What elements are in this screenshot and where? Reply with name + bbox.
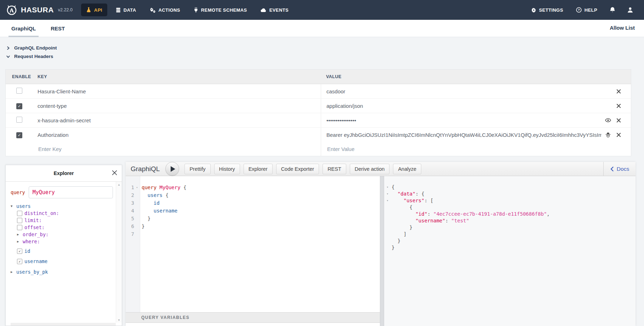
explorer-node-order-by[interactable]: ▶order_by: <box>17 231 116 238</box>
explorer-node-limit[interactable]: limit: <box>17 217 116 224</box>
nav-item-api[interactable]: API <box>81 4 107 16</box>
query-editor[interactable]: 1▾query MyQuery {2 users {3 id4 username… <box>126 176 380 312</box>
fold-arrow-icon[interactable]: ▾ <box>134 184 140 191</box>
brand[interactable]: HASURA v2.22.0 <box>0 4 73 16</box>
tab-graphiql[interactable]: GraphiQL <box>8 25 39 37</box>
request-headers-label: Request Headers <box>14 54 53 59</box>
explorer-close-icon[interactable] <box>112 170 117 175</box>
nav-item-actions[interactable]: ACTIONS <box>145 4 185 16</box>
explorer-node-where[interactable]: ▶where: <box>17 238 116 245</box>
fold-arrow-icon[interactable]: ▾ <box>385 191 390 197</box>
chevron-right-icon <box>6 46 10 50</box>
code-line: 4 username <box>126 207 380 215</box>
header-enable-checkbox[interactable]: ✓ <box>16 132 22 138</box>
remove-header-x-icon[interactable] <box>616 133 621 137</box>
history-button[interactable]: History <box>214 164 240 174</box>
header-key[interactable]: Authorization <box>38 132 321 138</box>
notifications-bell-icon[interactable] <box>609 7 616 13</box>
new-header-key-input[interactable] <box>38 146 308 152</box>
help-icon: ? <box>576 7 582 13</box>
code-line: ▾ "users": [ <box>385 197 636 204</box>
nav-item-help[interactable]: ?HELP <box>575 5 598 15</box>
code-exporter-button[interactable]: Code Exporter <box>276 164 319 174</box>
api-subtabs: GraphiQL REST Allow List <box>0 20 644 37</box>
explorer-button[interactable]: Explorer <box>244 164 273 174</box>
scroll-up-icon[interactable]: ▲ <box>116 183 122 186</box>
code-line: ▾ "data": { <box>385 191 636 197</box>
field-checkbox[interactable] <box>17 211 22 216</box>
header-value[interactable]: casdoor <box>326 88 613 94</box>
code-line: } <box>385 238 636 244</box>
header-key[interactable]: Hasura-Client-Name <box>38 88 321 94</box>
expand-triangle-icon[interactable]: ▶ <box>11 270 14 274</box>
execute-query-button[interactable] <box>165 162 179 176</box>
fold-arrow-icon[interactable]: ▾ <box>385 184 390 191</box>
nav-item-label: API <box>94 7 102 13</box>
query-name-input[interactable] <box>29 186 113 198</box>
header-value[interactable]: application/json <box>326 103 613 109</box>
cloud-icon <box>261 8 267 12</box>
explorer-vertical-scrollbar[interactable]: ▲ ▼ <box>116 182 122 322</box>
header-key[interactable]: content-type <box>38 103 321 109</box>
remove-header-x-icon[interactable] <box>616 104 621 108</box>
field-checkbox[interactable]: ✓ <box>17 249 22 254</box>
nav-item-events[interactable]: EVENTS <box>256 4 293 16</box>
analyze-button[interactable]: Analyze <box>393 164 421 174</box>
nav-item-remote-schemas[interactable]: REMOTE SCHEMAS <box>189 4 252 16</box>
col-enable: ENABLE <box>6 74 38 79</box>
new-header-value-input[interactable] <box>326 146 617 152</box>
explorer-node-distinct-on[interactable]: distinct_on: <box>17 210 116 217</box>
header-enable-checkbox[interactable] <box>16 117 22 123</box>
code-line: ▾{ <box>385 184 636 191</box>
query-variables-editor[interactable] <box>126 323 380 326</box>
header-key[interactable]: x-hasura-admin-secret <box>38 117 321 123</box>
header-enable-checkbox[interactable] <box>16 88 22 94</box>
scroll-down-icon[interactable]: ▼ <box>116 319 122 322</box>
query-keyword-label: query <box>11 190 25 195</box>
header-row-hasura-client-name: Hasura-Client-Namecasdoor <box>6 84 631 99</box>
response-pane[interactable]: ▾{▾ "data": {▾ "users": [ { "id": "4ec7c… <box>384 176 636 326</box>
nav-item-label: REMOTE SCHEMAS <box>201 7 247 13</box>
derive-action-button[interactable]: Derive action <box>350 164 390 174</box>
decode-jwt-icon[interactable] <box>605 132 611 138</box>
explorer-node-id[interactable]: ✓id <box>17 248 116 255</box>
code-line: 1▾query MyQuery { <box>126 184 380 191</box>
header-value[interactable]: •••••••••••••••• <box>326 117 602 123</box>
header-value[interactable]: Bearer eyJhbGciOiJSUzI1NiIsImtpZCI6ImNlc… <box>326 132 602 138</box>
remove-header-x-icon[interactable] <box>616 89 621 94</box>
expand-triangle-icon[interactable]: ▶ <box>17 233 21 236</box>
node-label: users_by_pk <box>16 269 48 275</box>
nav-item-settings[interactable]: SETTINGS <box>530 5 564 15</box>
profile-icon[interactable] <box>627 7 633 13</box>
expand-triangle-icon[interactable]: ▶ <box>17 240 21 243</box>
explorer-horizontal-scrollbar[interactable] <box>11 323 116 326</box>
tab-rest[interactable]: REST <box>48 25 68 37</box>
explorer-node-users-by-pk[interactable]: ▶users_by_pk <box>11 268 116 275</box>
allow-list-link[interactable]: Allow List <box>610 25 635 31</box>
request-headers-table: ENABLE KEY VALUE Hasura-Client-Namecasdo… <box>5 69 631 156</box>
explorer-node-offset[interactable]: offset: <box>17 224 116 231</box>
explorer-node-username[interactable]: ✓username <box>17 258 116 265</box>
nav-item-data[interactable]: DATA <box>111 4 141 16</box>
prettify-button[interactable]: Prettify <box>184 164 210 174</box>
brand-name: HASURA <box>21 6 54 14</box>
explorer-node-users[interactable]: ▼users <box>11 203 116 210</box>
field-checkbox[interactable] <box>17 218 22 223</box>
docs-button[interactable]: Docs <box>603 162 636 176</box>
field-checkbox[interactable] <box>17 225 22 230</box>
code-line: } <box>385 244 636 251</box>
graphql-endpoint-label: GraphQL Endpoint <box>14 45 57 51</box>
header-enable-checkbox[interactable]: ✓ <box>16 103 22 109</box>
node-label: username <box>24 258 47 264</box>
node-label: where: <box>23 239 40 244</box>
fold-arrow-icon[interactable]: ▾ <box>385 197 390 204</box>
reveal-eye-icon[interactable] <box>605 118 611 122</box>
remove-header-x-icon[interactable] <box>616 118 621 123</box>
query-variables-bar[interactable]: QUERY VARIABLES <box>126 312 380 323</box>
request-headers-toggle[interactable]: Request Headers <box>6 54 53 59</box>
graphql-endpoint-toggle[interactable]: GraphQL Endpoint <box>6 45 57 51</box>
field-checkbox[interactable]: ✓ <box>17 259 22 264</box>
collapse-triangle-icon[interactable]: ▼ <box>11 204 14 208</box>
rest-button[interactable]: REST <box>323 164 346 174</box>
editor-result-resizer[interactable] <box>380 176 384 326</box>
